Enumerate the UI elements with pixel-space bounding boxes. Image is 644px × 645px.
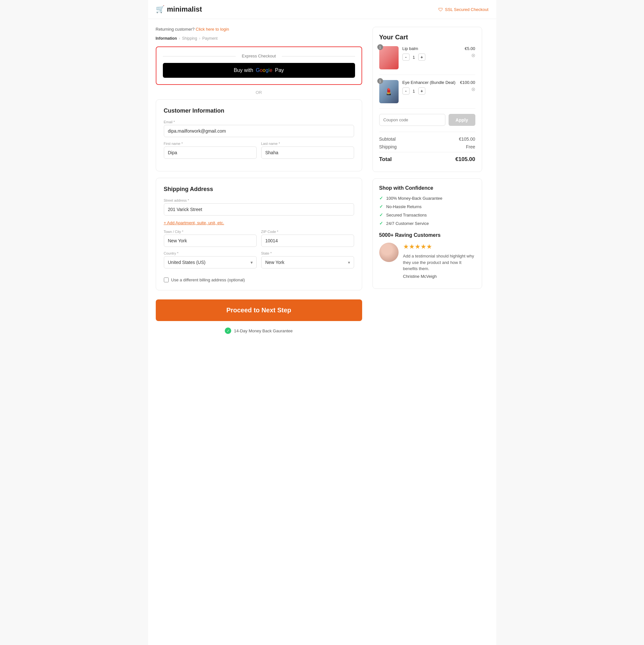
zip-group: ZIP Code * <box>261 230 354 247</box>
gpay-pay-text: Pay <box>275 67 284 73</box>
or-divider: OR <box>156 90 362 95</box>
item-qty-2: - 1 + <box>402 87 456 94</box>
express-checkout-box: Express Checkout Buy with Google Pay <box>156 46 362 85</box>
coupon-input[interactable] <box>379 114 445 126</box>
customers-title: 5000+ Raving Customers <box>379 232 475 238</box>
subtotal-value: €105.00 <box>459 137 475 142</box>
email-field[interactable] <box>164 125 354 137</box>
shipping-label: Shipping <box>379 144 397 149</box>
shipping-title: Shipping Address <box>164 186 354 193</box>
shield-icon: 🛡 <box>438 7 443 12</box>
street-field[interactable] <box>164 203 354 216</box>
breadcrumb-shipping[interactable]: Shipping <box>182 36 197 41</box>
confidence-item-4: ✓ 24/7 Customer Service <box>379 221 475 226</box>
item-badge-2: 1 <box>377 78 383 84</box>
check-icon-1: ✓ <box>379 196 383 201</box>
logo-full: minimalist <box>167 5 202 13</box>
apply-button[interactable]: Apply <box>448 114 475 126</box>
star-rating: ★★★★★ <box>403 243 475 250</box>
city-label: Town / City * <box>164 230 257 234</box>
subtotal-label: Subtotal <box>379 137 396 142</box>
qty-value-1: 1 <box>413 55 415 60</box>
eye-enhancer-image: 💄 <box>379 80 399 103</box>
zip-label: ZIP Code * <box>261 230 354 234</box>
testimonial-text-wrap: ★★★★★ Add a testimonial should highlight… <box>403 243 475 279</box>
breadcrumb-sep-2: › <box>199 36 200 41</box>
ssl-badge: 🛡 SSL Secured Checkout <box>438 7 489 12</box>
confidence-text-2: No-Hassle Returns <box>386 204 422 209</box>
customer-info-card: Customer Information Email * First name … <box>156 99 362 171</box>
avatar <box>379 243 399 262</box>
country-state-row: Country * United States (US) Canada Unit… <box>164 251 354 273</box>
customer-info-title: Customer Information <box>164 108 354 114</box>
qty-decrease-1[interactable]: - <box>402 53 409 61</box>
city-field[interactable] <box>164 235 257 247</box>
item-remove-1[interactable]: ⊗ <box>471 52 475 58</box>
cart-item-2: 1 💄 Eye Enhancer (Bundle Deal) - 1 + <box>379 80 475 109</box>
shipping-address-card: Shipping Address Street address * + Add … <box>156 178 362 290</box>
last-name-label: Last name * <box>261 142 354 146</box>
state-group: State * New York California Texas Florid… <box>261 251 354 268</box>
testimonial-section: 5000+ Raving Customers ★★★★★ Add a testi… <box>379 229 475 282</box>
item-remove-2[interactable]: ⊗ <box>471 86 475 92</box>
qty-increase-1[interactable]: + <box>418 53 425 61</box>
check-icon-2: ✓ <box>379 204 383 209</box>
add-apartment-link[interactable]: + Add Apartment, suite, unit, etc. <box>164 220 225 225</box>
city-group: Town / City * <box>164 230 257 247</box>
express-checkout-label: Express Checkout <box>163 53 355 58</box>
last-name-group: Last name * <box>261 142 354 159</box>
logo: 🛒 minimalist <box>156 5 202 14</box>
first-name-group: First name * <box>164 142 257 159</box>
billing-checkbox[interactable] <box>164 277 169 282</box>
item-name-2: Eye Enhancer (Bundle Deal) <box>402 80 456 85</box>
item-image-1 <box>379 46 399 69</box>
state-select-wrap: New York California Texas Florida <box>261 256 354 268</box>
returning-customer-text: Returning customer? Click here to login <box>156 27 362 32</box>
country-label: Country * <box>164 251 257 255</box>
total-row: Total €105.00 <box>379 152 475 163</box>
breadcrumb-information[interactable]: Information <box>156 36 177 41</box>
street-label: Street address * <box>164 198 354 202</box>
last-name-field[interactable] <box>261 147 354 159</box>
item-price-2: €100.00 <box>460 80 475 85</box>
testimonial-body: Add a testimonial should highlight why t… <box>403 253 475 272</box>
money-back-text: 14-Day Money Back Gaurantee <box>234 329 293 333</box>
lip-balm-image <box>379 46 399 69</box>
avatar-image <box>379 243 399 262</box>
totals: Subtotal €105.00 Shipping Free Total €10… <box>379 132 475 163</box>
confidence-text-3: Secured Transactions <box>386 213 427 217</box>
proceed-button[interactable]: Proceed to Next Step <box>156 299 362 321</box>
country-select[interactable]: United States (US) Canada United Kingdom <box>164 256 257 268</box>
qty-decrease-2[interactable]: - <box>402 87 409 94</box>
item-details-1: Lip balm - 1 + <box>402 46 461 61</box>
confidence-text-1: 100% Money-Back Guarantee <box>386 196 442 201</box>
first-name-field[interactable] <box>164 147 257 159</box>
street-group: Street address * <box>164 198 354 216</box>
right-column: Your Cart 1 Lip balm - 1 + <box>372 27 482 295</box>
first-name-label: First name * <box>164 142 257 146</box>
gpay-button[interactable]: Buy with Google Pay <box>163 63 355 78</box>
cart-box: Your Cart 1 Lip balm - 1 + <box>372 27 482 172</box>
testimonial-content: ★★★★★ Add a testimonial should highlight… <box>379 243 475 279</box>
ssl-label: SSL Secured Checkout <box>445 7 489 12</box>
zip-field[interactable] <box>261 235 354 247</box>
qty-value-2: 1 <box>413 89 415 93</box>
item-name-1: Lip balm <box>402 46 461 51</box>
check-icon-4: ✓ <box>379 221 383 226</box>
state-label: State * <box>261 251 354 255</box>
qty-increase-2[interactable]: + <box>418 87 425 94</box>
left-column: Returning customer? Click here to login … <box>156 27 362 341</box>
state-select[interactable]: New York California Texas Florida <box>261 256 354 268</box>
item-image-wrap-2: 1 💄 <box>379 80 399 103</box>
billing-label: Use a different billing address (optiona… <box>171 277 245 282</box>
item-right-2: €100.00 ⊗ <box>460 80 475 92</box>
total-label: Total <box>379 156 392 163</box>
login-link[interactable]: Click here to login <box>196 27 229 32</box>
cart-item: 1 Lip balm - 1 + €5.00 <box>379 46 475 75</box>
confidence-box: Shop with Confidence ✓ 100% Money-Back G… <box>372 178 482 289</box>
breadcrumb-payment[interactable]: Payment <box>202 36 217 41</box>
country-group: Country * United States (US) Canada Unit… <box>164 251 257 268</box>
item-image-2: 💄 <box>379 80 399 103</box>
billing-checkbox-row: Use a different billing address (optiona… <box>164 277 354 282</box>
name-row: First name * Last name * <box>164 142 354 163</box>
